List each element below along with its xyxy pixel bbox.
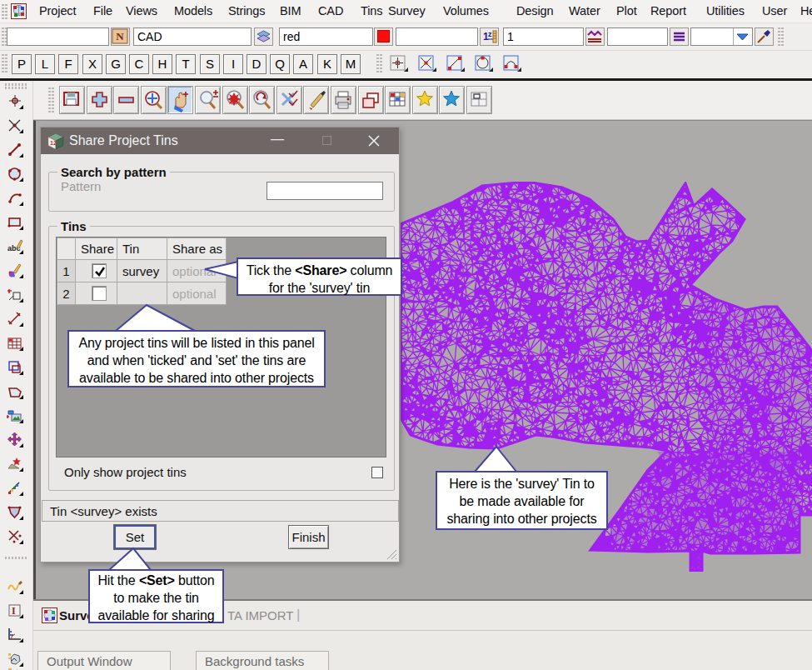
svg-text:z: z [488, 30, 492, 38]
svg-text:N: N [116, 30, 124, 42]
svg-text:12: 12 [50, 140, 57, 146]
svg-text:I: I [12, 605, 16, 617]
